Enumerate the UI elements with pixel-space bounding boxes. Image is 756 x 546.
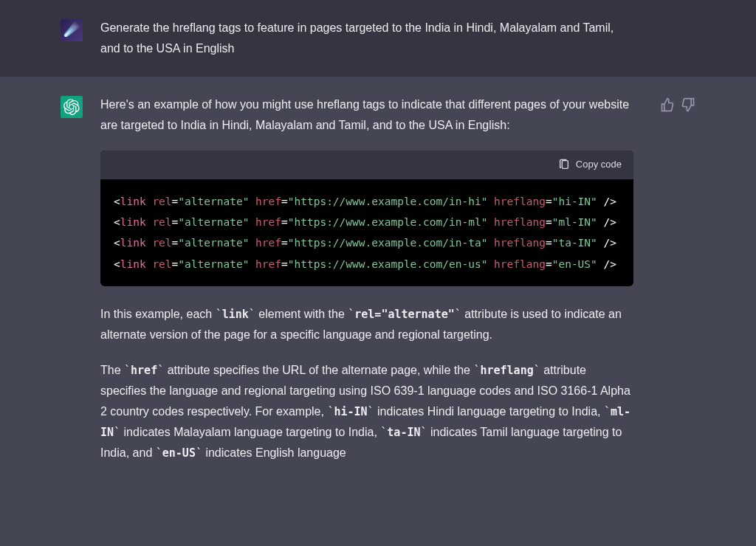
assistant-paragraph-2: In this example, each `link` element wit… (100, 304, 633, 345)
inline-code-en-us: en-US (162, 446, 196, 460)
user-prompt-text: Generate the hreflang tags to feature in… (100, 18, 633, 59)
code-block: Copy code <link rel="alternate" href="ht… (100, 151, 633, 286)
inline-code-hi-in: hi-IN (334, 405, 367, 418)
code-content[interactable]: <link rel="alternate" href="https://www.… (100, 179, 633, 286)
thumbs-down-icon[interactable] (681, 97, 695, 112)
assistant-paragraph-3: The `href` attribute specifies the URL o… (100, 360, 633, 463)
user-message: ☄️ Generate the hreflang tags to feature… (0, 0, 756, 77)
inline-code-hreflang: hreflang (480, 364, 533, 377)
openai-icon (63, 99, 80, 115)
thumbs-up-icon[interactable] (660, 97, 675, 112)
inline-code-ta-in: ta-IN (387, 426, 420, 439)
assistant-avatar (61, 96, 83, 118)
inline-code-href: href (131, 364, 157, 377)
assistant-intro-text: Here's an example of how you might use h… (100, 94, 633, 136)
inline-code-link: link (222, 308, 249, 321)
clipboard-icon (558, 159, 570, 170)
svg-rect-0 (562, 161, 568, 169)
copy-code-button[interactable]: Copy code (558, 156, 622, 173)
inline-code-rel-alternate: rel="alternate" (354, 308, 454, 321)
assistant-message: Here's an example of how you might use h… (0, 77, 756, 496)
copy-code-label: Copy code (576, 156, 622, 173)
user-avatar: ☄️ (61, 19, 83, 41)
